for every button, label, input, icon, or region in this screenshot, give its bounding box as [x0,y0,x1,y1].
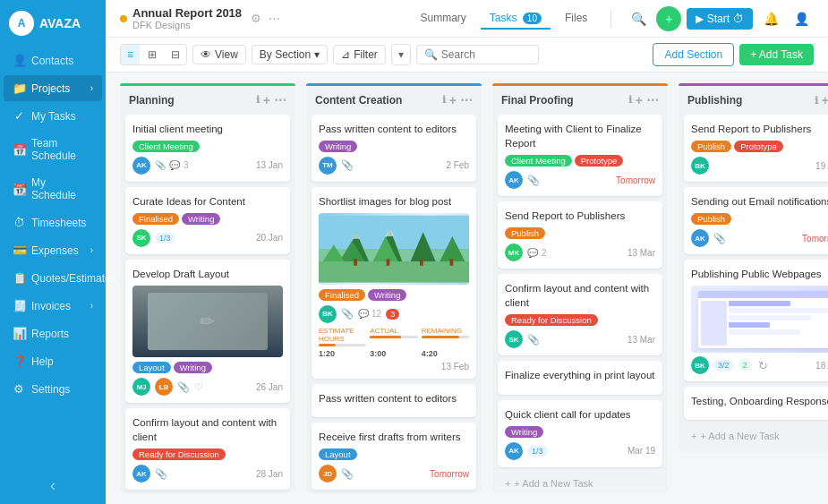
sidebar-item-quotes[interactable]: 📋 Quotes/Estimates [4,265,102,291]
add-member-button[interactable]: + [656,6,681,31]
attachment-icon: 📎 [341,159,354,171]
compact-view-button[interactable]: ⊟ [165,45,186,64]
column-more-icon[interactable]: ⋯ [274,93,286,107]
kanban-board: Planning ℹ + ⋯ Initial client meeting Cl… [106,73,828,504]
add-card-icon[interactable]: + [449,93,457,107]
card-tags: Writing [319,141,469,152]
invoices-arrow: › [90,301,93,311]
add-task-button[interactable]: + Add Task [739,44,814,65]
add-task-label: + Add a New Task [700,431,779,441]
section-select[interactable]: By Section ▾ [252,45,328,64]
card-footer: AK 📎 28 Jan [132,465,283,483]
refresh-icon[interactable]: ↻ [758,359,768,372]
card-receive-drafts[interactable]: Receive first drafts from writers Layout… [312,423,476,490]
card-pass-written-2[interactable]: Pass written content to editors [312,384,476,417]
card-publishing-webpages[interactable]: Publishing Public Webpages [684,260,828,381]
tag: Ready for Discussion [505,314,598,326]
card-title: Pass written content to editors [319,391,469,406]
card-meta: 📎 💬 3 [155,160,189,170]
sidebar-item-invoices[interactable]: 🧾 Invoices › [4,293,102,319]
comment-icon: 💬 [527,248,538,258]
card-title: Meeting with Client to Finalize Report [505,122,655,150]
nav-divider [610,10,611,28]
card-send-report[interactable]: Send Report to Publishers Publish MK 💬 2… [498,201,662,269]
plus-icon: + [691,431,696,441]
card-pass-written[interactable]: Pass written content to editors Writing … [312,115,476,182]
sidebar-item-settings[interactable]: ⚙ Settings [4,376,102,402]
card-testing-onboarding[interactable]: Testing, Onboarding Responses [684,387,828,420]
add-card-icon[interactable]: + [263,93,270,107]
card-date: 19 Apr [815,161,828,171]
screenshot-sidebar [701,301,727,346]
app-logo[interactable]: A AVAZA [0,0,106,47]
add-card-icon[interactable]: + [636,93,643,107]
column-more-icon[interactable]: ⋯ [460,93,473,107]
card-finalize-print[interactable]: Finalize everything in print layout [498,361,662,394]
sidebar-item-expenses[interactable]: 💳 Expenses › [4,237,102,263]
add-task-proofing[interactable]: + + Add a New Task [498,473,662,493]
team-schedule-icon: 📅 [13,143,25,157]
sidebar-item-timesheets[interactable]: ⏱ Timesheets [4,209,102,235]
sidebar-item-projects[interactable]: 📁 Projects › [4,75,102,101]
screenshot-row [729,322,770,328]
filter-options-button[interactable]: ▾ [391,44,411,65]
search-input[interactable] [441,48,531,61]
cards-content: Pass written content to editors Writing … [306,115,482,493]
attachment-icon: 📎 [527,175,540,186]
sidebar-item-help[interactable]: ❓ Help [4,348,102,374]
view-select[interactable]: 👁 View [192,45,246,64]
card-quick-call[interactable]: Quick client call for updates Writing AK… [498,400,662,467]
card-date: 26 Jan [256,382,283,392]
avatar: TM [319,157,337,175]
tag: Writing [368,289,406,301]
card-send-report-publishers[interactable]: Send Report to Publishers Publish Protot… [684,115,828,182]
avatar: AK [132,465,150,483]
card-develop-draft[interactable]: Develop Draft Layout ✏ Layout Writing MJ… [125,260,290,403]
column-more-icon[interactable]: ⋯ [646,93,659,107]
card-footer: AK 📎 Tomorrow [505,171,655,189]
sidebar: A AVAZA 👤 Contacts 📁 Projects › ✓ My Tas… [0,0,106,504]
tab-summary[interactable]: Summary [411,8,474,30]
card-footer: AK 📎 💬 3 13 Jan [132,157,283,175]
card-footer: BK 3/2 2 ↻ 18 Apr [691,356,828,374]
sidebar-item-label: Projects [31,82,70,95]
search-button[interactable]: 🔍 [626,6,651,31]
user-avatar-button[interactable]: 👤 [789,6,814,31]
tab-tasks[interactable]: Tasks 10 [481,8,551,30]
progress-remaining: REMAINING [422,327,469,346]
card-confirm-layout[interactable]: Confirm layout and content with client R… [125,408,290,490]
card-curate-ideas[interactable]: Curate Ideas for Content Finalised Writi… [125,187,290,254]
start-timer-button[interactable]: ▶ Start ⏱ [687,8,753,30]
sidebar-item-my-tasks[interactable]: ✓ My Tasks [4,103,102,129]
tag: Writing [174,362,212,373]
add-task-publishing[interactable]: + + Add a New Task [684,425,828,447]
grid-view-button[interactable]: ⊞ [141,45,163,64]
avatar: MJ [132,378,150,396]
attachment-icon: 📎 [177,381,190,393]
project-status-dot [120,15,127,22]
avatar: AK [132,157,150,175]
tab-files[interactable]: Files [556,8,596,30]
gear-icon[interactable]: ⚙ [251,12,261,25]
sidebar-collapse-btn[interactable]: ‹ [0,467,106,504]
card-meeting-finalize[interactable]: Meeting with Client to Finalize Report C… [498,115,662,196]
sidebar-item-my-schedule[interactable]: 📆 My Schedule [4,170,102,208]
add-card-icon[interactable]: + [822,93,828,107]
add-section-button[interactable]: Add Section [653,43,734,66]
add-task-label: + Add a New Task [514,478,593,489]
sidebar-item-reports[interactable]: 📊 Reports [4,320,102,346]
card-sending-email[interactable]: Sending out Email notifications Publish … [684,187,828,254]
column-title: Publishing [687,94,811,107]
card-tags: Client Meeting [132,141,283,152]
card-initial-meeting[interactable]: Initial client meeting Client Meeting AK… [125,115,290,182]
tag: Layout [132,362,171,373]
notification-button[interactable]: 🔔 [758,6,783,31]
comment-icon: 💬 [169,160,180,170]
card-confirm-layout-proofing[interactable]: Confirm layout and content with client R… [498,274,662,355]
card-shortlist-images[interactable]: Shortlist images for blog post [312,187,476,379]
more-icon[interactable]: ⋯ [269,12,280,25]
sidebar-item-team-schedule[interactable]: 📅 Team Schedule [4,131,102,168]
filter-button[interactable]: ⊿ Filter [333,45,386,64]
sidebar-item-contacts[interactable]: 👤 Contacts [4,47,102,73]
list-view-button[interactable]: ≡ [121,45,140,64]
